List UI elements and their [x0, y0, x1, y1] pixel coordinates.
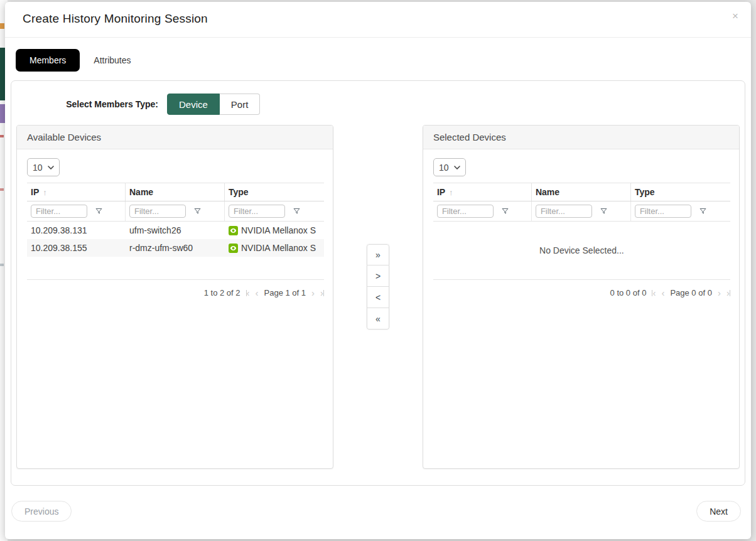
column-header-ip[interactable]: IP ↑: [433, 183, 532, 201]
device-toggle-button[interactable]: Device: [167, 94, 220, 115]
grid-header-row: IP ↑ Name Type: [433, 183, 730, 201]
pagination-range: 0 to 0 of 0: [610, 288, 647, 297]
column-header-ip[interactable]: IP ↑: [27, 183, 126, 201]
selected-pagination: 0 to 0 of 0 ‹ ‹ Page 0 of 0 › ›: [433, 288, 730, 297]
filter-funnel-icon[interactable]: [293, 207, 301, 215]
grid-filter-row: [27, 201, 324, 222]
cell-name: r-dmz-ufm-sw60: [126, 243, 225, 253]
table-row[interactable]: 10.209.38.131 ufm-switch26 NVIDIA Mellan…: [27, 222, 324, 239]
move-all-left-button[interactable]: «: [367, 308, 389, 329]
filter-funnel-icon[interactable]: [193, 207, 202, 215]
grid-filter-row: [433, 201, 730, 222]
page-size-value: 10: [439, 163, 449, 173]
type-filter-input[interactable]: [229, 205, 285, 218]
column-label: IP: [31, 187, 39, 197]
available-page-size-select[interactable]: 10: [27, 158, 60, 176]
column-label: Type: [229, 187, 249, 197]
sort-asc-icon: ↑: [449, 188, 453, 197]
cell-type: NVIDIA Mellanox S: [225, 243, 324, 253]
cell-type: NVIDIA Mellanox S: [225, 225, 324, 235]
pagination-range: 1 to 2 of 2: [204, 288, 240, 297]
column-label: IP: [437, 187, 445, 197]
first-page-icon[interactable]: ‹: [652, 288, 656, 297]
move-all-right-button[interactable]: »: [367, 244, 389, 265]
last-page-icon[interactable]: ›: [320, 288, 324, 297]
column-label: Name: [129, 187, 153, 197]
filter-cell-ip: [433, 201, 532, 221]
close-icon[interactable]: ×: [732, 11, 738, 21]
name-filter-input[interactable]: [536, 205, 592, 218]
filter-funnel-icon[interactable]: [600, 207, 608, 215]
transfer-panels: Available Devices 10 IP ↑ Name: [16, 125, 740, 469]
ip-filter-input[interactable]: [31, 205, 87, 218]
sort-asc-icon: ↑: [43, 188, 47, 197]
dialog-title: Create History Monitoring Session: [23, 12, 208, 26]
column-header-name[interactable]: Name: [126, 183, 225, 201]
first-page-icon[interactable]: ‹: [246, 288, 250, 297]
select-members-type-label: Select Members Type:: [54, 99, 158, 109]
cell-ip: 10.209.38.155: [27, 243, 126, 253]
selected-devices-panel: Selected Devices 10 IP ↑ Name: [423, 125, 740, 469]
background-row-chip: [0, 264, 4, 266]
previous-page-icon[interactable]: ‹: [661, 288, 664, 297]
last-page-icon[interactable]: ›: [726, 288, 730, 297]
table-row[interactable]: 10.209.38.155 r-dmz-ufm-sw60 NVIDIA Mell…: [27, 239, 324, 257]
column-header-name[interactable]: Name: [532, 183, 631, 201]
next-page-icon[interactable]: ›: [718, 288, 721, 297]
cell-ip: 10.209.38.131: [27, 225, 126, 235]
next-page-icon[interactable]: ›: [311, 288, 315, 297]
members-content-card: Select Members Type: Device Port Availab…: [11, 80, 745, 486]
column-label: Type: [635, 187, 655, 197]
name-filter-input[interactable]: [129, 205, 186, 218]
dialog-tabs: Members Attributes: [5, 38, 751, 80]
selected-devices-body: 10 IP ↑ Name Type: [423, 149, 739, 297]
nvidia-logo-icon: [229, 226, 238, 235]
pagination-page-label: Page 1 of 1: [264, 288, 306, 297]
available-devices-title: Available Devices: [17, 126, 333, 149]
dialog-footer: Previous Next: [5, 486, 751, 522]
create-history-monitoring-session-dialog: Create History Monitoring Session × Memb…: [5, 2, 751, 539]
column-label: Name: [536, 187, 559, 197]
page-size-value: 10: [33, 163, 43, 173]
available-devices-grid: IP ↑ Name Type: [27, 183, 324, 280]
column-header-type[interactable]: Type: [631, 183, 730, 201]
background-favicon-chip: [0, 23, 4, 29]
available-devices-panel: Available Devices 10 IP ↑ Name: [16, 125, 333, 469]
previous-button[interactable]: Previous: [11, 501, 72, 522]
tab-attributes[interactable]: Attributes: [91, 49, 133, 72]
port-toggle-button[interactable]: Port: [220, 94, 261, 115]
move-right-button[interactable]: >: [367, 265, 389, 287]
selected-page-size-select[interactable]: 10: [433, 158, 466, 176]
filter-cell-name: [532, 201, 631, 221]
filter-funnel-icon[interactable]: [95, 207, 103, 215]
next-button[interactable]: Next: [696, 501, 741, 522]
background-row-chip: [0, 135, 4, 137]
transfer-button-column: » > < «: [333, 125, 423, 469]
selected-devices-title: Selected Devices: [423, 126, 739, 149]
type-filter-input[interactable]: [635, 205, 691, 218]
cell-type-label: NVIDIA Mellanox S: [241, 243, 316, 253]
move-left-button[interactable]: <: [367, 287, 389, 308]
ip-filter-input[interactable]: [437, 205, 494, 218]
nvidia-logo-icon: [229, 244, 238, 253]
background-row-chip: [0, 188, 4, 191]
available-pagination: 1 to 2 of 2 ‹ ‹ Page 1 of 1 › ›: [27, 288, 324, 297]
pagination-page-label: Page 0 of 0: [670, 288, 712, 297]
grid-empty-space: [27, 257, 324, 280]
column-header-type[interactable]: Type: [225, 183, 324, 201]
grid-header-row: IP ↑ Name Type: [27, 183, 324, 201]
filter-cell-ip: [27, 201, 126, 221]
filter-funnel-icon[interactable]: [501, 207, 509, 215]
select-members-type-row: Select Members Type: Device Port: [54, 94, 740, 115]
filter-funnel-icon[interactable]: [699, 207, 707, 215]
available-devices-body: 10 IP ↑ Name Type: [17, 149, 333, 297]
background-chart-chip: [0, 104, 5, 123]
chevron-down-icon: [48, 166, 54, 169]
previous-page-icon[interactable]: ‹: [256, 288, 259, 297]
chevron-down-icon: [454, 166, 460, 169]
tab-members[interactable]: Members: [16, 49, 80, 72]
dialog-header: Create History Monitoring Session ×: [5, 2, 751, 38]
cell-name: ufm-switch26: [126, 225, 225, 235]
cell-type-label: NVIDIA Mellanox S: [241, 225, 316, 235]
background-sidebar-chip: [0, 48, 5, 100]
